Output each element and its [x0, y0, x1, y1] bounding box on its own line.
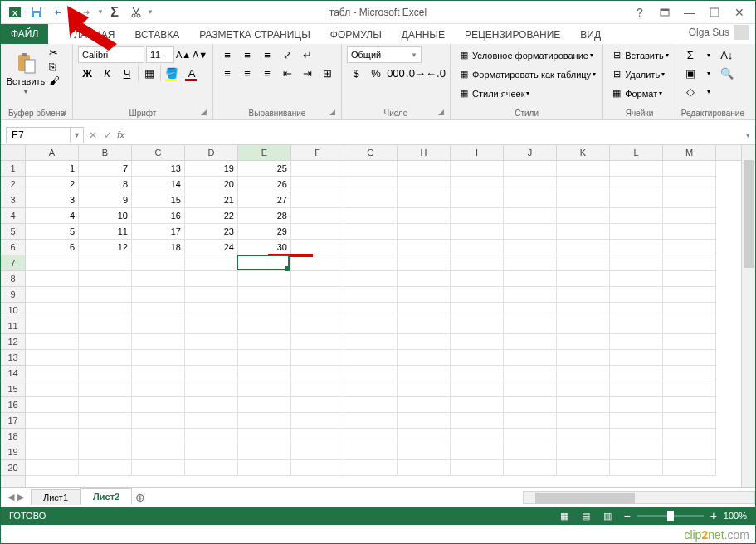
cell[interactable] — [132, 444, 185, 460]
cell[interactable] — [238, 429, 291, 444]
cell[interactable] — [557, 161, 610, 177]
row-header-6[interactable]: 6 — [1, 240, 25, 255]
cell[interactable] — [663, 381, 716, 397]
row-header-8[interactable]: 8 — [1, 271, 25, 287]
cell[interactable] — [557, 366, 610, 381]
col-header-M[interactable]: M — [663, 145, 716, 160]
cell[interactable] — [185, 271, 238, 287]
decrease-indent-icon[interactable]: ⇤ — [278, 65, 296, 81]
cell[interactable] — [238, 271, 291, 287]
col-header-I[interactable]: I — [451, 145, 504, 160]
cell[interactable] — [663, 444, 716, 460]
cell[interactable]: 4 — [26, 208, 79, 224]
cell[interactable] — [132, 287, 185, 303]
cell[interactable] — [132, 255, 185, 271]
col-header-A[interactable]: A — [26, 145, 79, 160]
autosum-button[interactable]: Σ — [681, 46, 700, 63]
cell[interactable] — [79, 366, 132, 381]
cell[interactable] — [79, 303, 132, 318]
cell[interactable] — [663, 318, 716, 334]
cell[interactable]: 18 — [132, 240, 185, 255]
clipboard-launcher-icon[interactable]: ◢ — [61, 108, 71, 118]
cell[interactable] — [26, 255, 79, 271]
row-header-18[interactable]: 18 — [1, 429, 25, 444]
cell[interactable] — [610, 287, 663, 303]
cell[interactable] — [504, 318, 557, 334]
horizontal-scroll-thumb[interactable] — [535, 493, 635, 504]
cell[interactable]: 10 — [79, 208, 132, 224]
cell[interactable] — [79, 350, 132, 366]
zoom-out-icon[interactable]: − — [623, 509, 630, 522]
col-header-K[interactable]: K — [557, 145, 610, 160]
tab-review[interactable]: РЕЦЕНЗИРОВАНИЕ — [455, 26, 570, 44]
align-center-icon[interactable]: ≡ — [238, 65, 256, 81]
cell[interactable] — [451, 161, 504, 177]
cell[interactable] — [504, 397, 557, 413]
align-top-icon[interactable]: ≡ — [218, 46, 237, 63]
col-header-G[interactable]: G — [344, 145, 398, 160]
cell[interactable] — [451, 303, 504, 318]
cell[interactable] — [663, 161, 716, 177]
format-as-table-button[interactable]: ▦Форматировать как таблицу▾ — [456, 66, 597, 83]
cell[interactable] — [610, 413, 663, 429]
tab-formulas[interactable]: ФОРМУЛЫ — [320, 26, 392, 44]
cell[interactable] — [451, 429, 504, 444]
cell[interactable] — [610, 366, 663, 381]
cell[interactable] — [132, 350, 185, 366]
cell[interactable] — [132, 303, 185, 318]
minimize-icon[interactable]: — — [677, 2, 702, 22]
zoom-slider[interactable] — [637, 515, 704, 517]
page-break-view-icon[interactable]: ▥ — [598, 508, 617, 523]
row-header-10[interactable]: 10 — [1, 303, 25, 318]
align-right-icon[interactable]: ≡ — [258, 65, 276, 81]
row-header-1[interactable]: 1 — [1, 161, 25, 177]
col-header-J[interactable]: J — [504, 145, 557, 160]
cell[interactable] — [185, 429, 238, 444]
cell[interactable] — [291, 413, 344, 429]
cell[interactable] — [398, 192, 451, 208]
copy-button[interactable]: ⎘ — [49, 61, 67, 73]
cell[interactable]: 9 — [79, 192, 132, 208]
cell[interactable]: 16 — [132, 208, 185, 224]
cell[interactable] — [26, 334, 79, 350]
cell[interactable]: 5 — [26, 224, 79, 240]
col-header-E[interactable]: E — [238, 145, 291, 160]
cell[interactable] — [504, 192, 557, 208]
cell[interactable] — [398, 381, 451, 397]
row-header-5[interactable]: 5 — [1, 224, 25, 240]
cell[interactable] — [610, 208, 663, 224]
cell[interactable] — [663, 397, 716, 413]
cell[interactable] — [451, 192, 504, 208]
cell[interactable] — [610, 303, 663, 318]
cell[interactable] — [663, 208, 716, 224]
decrease-font-icon[interactable]: A▼ — [193, 46, 207, 63]
cell[interactable] — [610, 271, 663, 287]
cell[interactable] — [291, 255, 344, 271]
cell[interactable] — [451, 334, 504, 350]
cell[interactable]: 24 — [185, 240, 238, 255]
cell[interactable] — [185, 303, 238, 318]
cell[interactable] — [291, 192, 344, 208]
cell[interactable]: 14 — [132, 177, 185, 192]
increase-indent-icon[interactable]: ⇥ — [298, 65, 316, 81]
cell[interactable] — [26, 444, 79, 460]
cell[interactable] — [238, 444, 291, 460]
cell[interactable] — [185, 318, 238, 334]
cell[interactable] — [663, 177, 716, 192]
cell[interactable] — [398, 413, 451, 429]
cell[interactable] — [610, 177, 663, 192]
cell[interactable] — [26, 397, 79, 413]
cell[interactable] — [132, 460, 185, 476]
fill-button[interactable]: ▣ — [681, 65, 700, 81]
cell[interactable] — [291, 429, 344, 444]
cell[interactable] — [238, 318, 291, 334]
cell[interactable]: 28 — [238, 208, 291, 224]
cell[interactable] — [344, 381, 398, 397]
cell[interactable] — [504, 413, 557, 429]
zoom-in-icon[interactable]: + — [710, 509, 717, 522]
insert-cells-button[interactable]: ⊞Вставить▾ — [608, 46, 671, 64]
cell[interactable] — [663, 334, 716, 350]
cell[interactable]: 27 — [238, 192, 291, 208]
row-header-9[interactable]: 9 — [1, 287, 25, 303]
cell-styles-button[interactable]: ▦Стили ячеек▾ — [456, 85, 597, 102]
